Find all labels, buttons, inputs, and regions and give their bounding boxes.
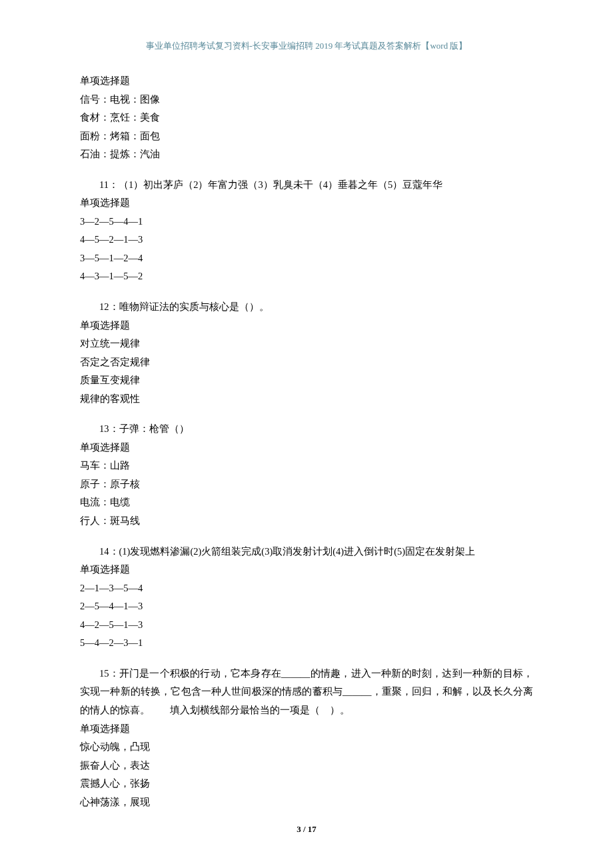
text-line: 否定之否定规律 (80, 353, 533, 372)
text-line: 振奋人心，表达 (80, 757, 533, 775)
text-line: 对立统一规律 (80, 335, 533, 353)
text-line: 面粉：烤箱：面包 (80, 127, 533, 146)
text-line: 4—2—5—1—3 (80, 616, 533, 635)
text-line: 震撼人心，张扬 (80, 775, 533, 793)
text-line: 食材：烹饪：美食 (80, 109, 533, 127)
question-stem: 13：子弹：枪管（） (80, 420, 533, 439)
question-block-12: 12：唯物辩证法的实质与核心是（）。 单项选择题 对立统一规律 否定之否定规律 … (80, 298, 533, 408)
text-line: 电流：电缆 (80, 493, 533, 512)
text-line: 惊心动魄，凸现 (80, 738, 533, 757)
text-line: 单项选择题 (80, 439, 533, 457)
text-line: 4—5—2—1—3 (80, 231, 533, 249)
text-line: 马车：山路 (80, 457, 533, 475)
text-line: 心神荡漾，展现 (80, 793, 533, 812)
text-line: 单项选择题 (80, 561, 533, 579)
text-line: 石油：提炼：汽油 (80, 145, 533, 164)
document-page: 事业单位招聘考试复习资料-长安事业编招聘 2019 年考试真题及答案解析【wor… (0, 0, 613, 850)
text-line: 单项选择题 (80, 720, 533, 739)
page-header: 事业单位招聘考试复习资料-长安事业编招聘 2019 年考试真题及答案解析【wor… (80, 40, 533, 52)
question-block-14: 14：(1)发现燃料渗漏(2)火箭组装完成(3)取消发射计划(4)进入倒计时(5… (80, 543, 533, 653)
text-line: 单项选择题 (80, 72, 533, 91)
document-content: 单项选择题 信号：电视：图像 食材：烹饪：美食 面粉：烤箱：面包 石油：提炼：汽… (80, 72, 533, 811)
text-line: 2—5—4—1—3 (80, 597, 533, 616)
question-stem: 11：（1）初出茅庐（2）年富力强（3）乳臭未干（4）垂暮之年（5）豆蔻年华 (80, 176, 533, 195)
question-block-11: 11：（1）初出茅庐（2）年富力强（3）乳臭未干（4）垂暮之年（5）豆蔻年华 单… (80, 176, 533, 286)
text-line: 3—5—1—2—4 (80, 249, 533, 268)
text-line: 2—1—3—5—4 (80, 579, 533, 598)
text-line: 4—3—1—5—2 (80, 267, 533, 286)
question-block-15: 15：开门是一个积极的行动，它本身存在______的情趣，进入一种新的时刻，达到… (80, 665, 533, 811)
question-stem: 12：唯物辩证法的实质与核心是（）。 (80, 298, 533, 317)
text-line: 5—4—2—3—1 (80, 634, 533, 653)
text-line: 单项选择题 (80, 194, 533, 213)
text-line: 3—2—5—4—1 (80, 213, 533, 231)
text-line: 单项选择题 (80, 317, 533, 335)
question-stem: 15：开门是一个积极的行动，它本身存在______的情趣，进入一种新的时刻，达到… (80, 665, 533, 720)
text-line: 规律的客观性 (80, 390, 533, 409)
text-line: 质量互变规律 (80, 371, 533, 390)
text-line: 信号：电视：图像 (80, 91, 533, 109)
question-block-10-continuation: 单项选择题 信号：电视：图像 食材：烹饪：美食 面粉：烤箱：面包 石油：提炼：汽… (80, 72, 533, 164)
text-line: 原子：原子核 (80, 475, 533, 494)
question-stem: 14：(1)发现燃料渗漏(2)火箭组装完成(3)取消发射计划(4)进入倒计时(5… (80, 543, 533, 561)
text-line: 行人：斑马线 (80, 512, 533, 531)
page-number: 3 / 17 (0, 824, 613, 835)
question-block-13: 13：子弹：枪管（） 单项选择题 马车：山路 原子：原子核 电流：电缆 行人：斑… (80, 420, 533, 530)
